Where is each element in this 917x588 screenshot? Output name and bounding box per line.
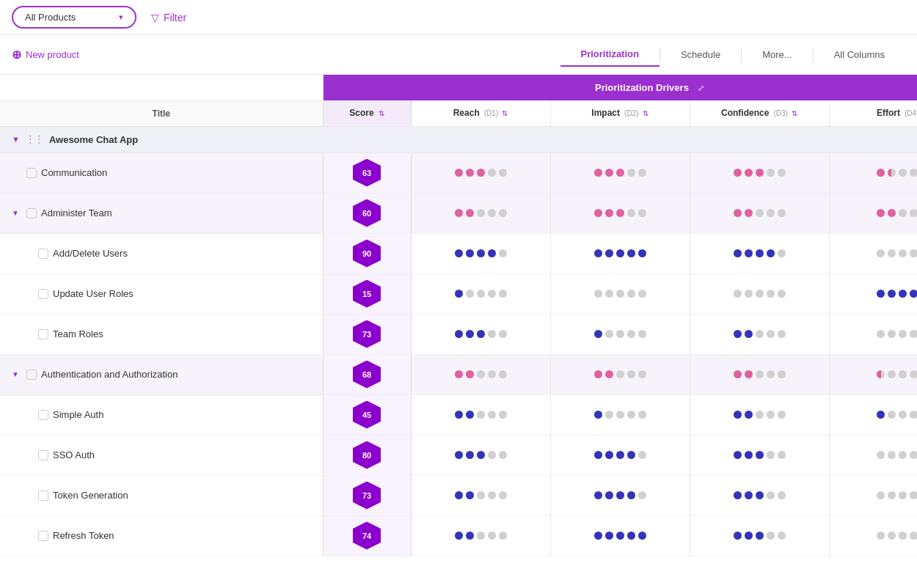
sub-feature-checkbox[interactable] xyxy=(38,531,48,541)
sub-feature-checkbox[interactable] xyxy=(38,249,48,259)
action-bar: ⊕ New product Prioritization Schedule Mo… xyxy=(0,35,917,75)
sub-feature-checkbox[interactable] xyxy=(38,329,48,339)
feature-name: Authentication and Authorization xyxy=(41,369,178,380)
tab-prioritization[interactable]: Prioritization xyxy=(560,43,660,67)
confidence-sub: (D3) xyxy=(773,109,787,117)
impact-sort-icon[interactable]: ⇅ xyxy=(643,109,649,117)
title-col-header: Title xyxy=(0,100,323,126)
filter-icon: ▽ xyxy=(151,12,159,23)
sub-feature-name: Refresh Token xyxy=(53,530,114,541)
reach-sub: (D1) xyxy=(484,109,498,117)
product-group-row: ▼ ⋮⋮ Awesome Chat App xyxy=(0,126,917,152)
feature-row: ▼ Authentication and Authorization 68 xyxy=(0,354,917,394)
sub-feature-name: Update User Roles xyxy=(53,288,134,299)
drivers-header-row: Prioritization Drivers ⤢ xyxy=(0,75,917,100)
sub-feature-checkbox[interactable] xyxy=(38,490,48,501)
feature-checkbox[interactable] xyxy=(26,370,37,380)
feature-row: Communication 63 xyxy=(0,152,917,193)
filter-button[interactable]: ▽ Filter xyxy=(145,7,192,28)
all-products-dropdown[interactable]: All Products ▾ xyxy=(12,6,136,29)
sub-feature-checkbox[interactable] xyxy=(38,410,48,420)
new-product-button[interactable]: ⊕ New product xyxy=(12,48,79,62)
expand-drivers-icon[interactable]: ⤢ xyxy=(698,84,704,92)
effort-sub: (D4) xyxy=(905,109,917,117)
reach-label: Reach xyxy=(453,108,480,118)
impact-col-header: Impact (D2) ⇅ xyxy=(550,100,690,126)
dropdown-label: All Products xyxy=(25,12,76,23)
new-product-label: New product xyxy=(26,49,79,60)
feature-expand-icon[interactable]: ▼ xyxy=(12,370,22,378)
feature-expand-icon[interactable]: ▼ xyxy=(12,209,22,217)
product-expand-icon[interactable]: ▼ xyxy=(12,135,20,144)
sub-feature-row: Token Generation 73 xyxy=(0,475,917,515)
sub-feature-name: Simple Auth xyxy=(53,409,103,420)
sub-feature-name: Token Generation xyxy=(53,490,128,501)
drivers-header-label: Prioritization Drivers xyxy=(595,82,689,93)
feature-name: Administer Team xyxy=(41,207,112,218)
score-label: Score xyxy=(349,108,373,118)
sub-feature-checkbox[interactable] xyxy=(38,450,48,460)
dropdown-arrow-icon: ▾ xyxy=(119,12,123,22)
tab-more[interactable]: More... xyxy=(742,43,812,66)
sub-feature-checkbox[interactable] xyxy=(38,289,48,299)
table-container: Prioritization Drivers ⤢ Title Score ⇅ R… xyxy=(0,75,917,556)
sub-feature-row: Add/Delete Users 90 xyxy=(0,233,917,273)
score-col-header: Score ⇅ xyxy=(323,100,411,126)
tabs-area: Prioritization Schedule More... All Colu… xyxy=(560,43,906,67)
drag-icon: ⋮⋮ xyxy=(26,134,43,144)
feature-checkbox[interactable] xyxy=(26,168,37,178)
sub-feature-row: SSO Auth 80 xyxy=(0,435,917,475)
filter-label: Filter xyxy=(164,12,186,23)
effort-label: Effort xyxy=(877,108,900,118)
reach-col-header: Reach (D1) ⇅ xyxy=(411,100,550,126)
sub-feature-row: Team Roles 73 xyxy=(0,314,917,354)
confidence-sort-icon[interactable]: ⇅ xyxy=(792,109,797,117)
confidence-label: Confidence xyxy=(721,108,769,118)
feature-checkbox[interactable] xyxy=(26,208,37,218)
column-headers-row: Title Score ⇅ Reach (D1) ⇅ xyxy=(0,100,917,126)
tab-schedule[interactable]: Schedule xyxy=(660,43,741,66)
sub-feature-row: Simple Auth 45 xyxy=(0,394,917,435)
sub-feature-row: Refresh Token 74 xyxy=(0,515,917,556)
feature-row: ▼ Administer Team 60 xyxy=(0,193,917,233)
effort-col-header: Effort (D4) ⇅ xyxy=(829,100,917,126)
score-sort-icon[interactable]: ⇅ xyxy=(379,109,384,117)
impact-label: Impact xyxy=(591,108,620,118)
confidence-col-header: Confidence (D3) ⇅ xyxy=(690,100,829,126)
feature-name: Communication xyxy=(41,167,107,178)
sub-feature-row: Update User Roles 15 xyxy=(0,273,917,314)
sub-feature-name: Add/Delete Users xyxy=(53,248,128,259)
impact-sub: (D2) xyxy=(624,109,638,117)
product-name: Awesome Chat App xyxy=(49,134,138,145)
plus-icon: ⊕ xyxy=(12,48,21,62)
reach-sort-icon[interactable]: ⇅ xyxy=(502,109,508,117)
main-table: Prioritization Drivers ⤢ Title Score ⇅ R… xyxy=(0,75,917,556)
tab-all-columns[interactable]: All Columns xyxy=(814,43,905,66)
sub-feature-name: Team Roles xyxy=(53,328,103,339)
top-bar: All Products ▾ ▽ Filter xyxy=(0,0,917,35)
sub-feature-name: SSO Auth xyxy=(53,449,95,460)
